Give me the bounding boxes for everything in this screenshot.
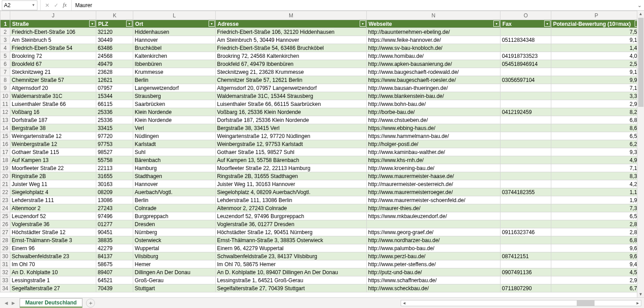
row-header[interactable]: 9: [0, 84, 10, 92]
cell-K[interactable]: 07957: [96, 84, 133, 92]
sheet-next-icon[interactable]: ►: [11, 300, 16, 306]
cell-P[interactable]: 8,26: [551, 108, 641, 116]
cell-O[interactable]: 03744182355: [500, 188, 551, 196]
cell-N[interactable]: http://maurermeister-oesterreich.de/: [366, 180, 500, 188]
cell-M[interactable]: Weingartenstraße 12, 97720 Nüdlingen: [216, 132, 367, 140]
cell-N[interactable]: http://www.chstueben.de/: [366, 116, 500, 124]
spreadsheet-grid[interactable]: J K L M N O P 1Straße▼PLZ▼Ort▼Adresse▼We…: [0, 11, 644, 297]
cell-K[interactable]: 15344: [96, 92, 133, 100]
cell-J[interactable]: Ringstraße 2B: [10, 172, 96, 180]
cell-O[interactable]: 054518946914: [500, 60, 551, 68]
cell-O[interactable]: [500, 164, 551, 172]
cell-M[interactable]: Gothaer Straße 115, 98527 Suhl: [216, 148, 367, 156]
cancel-icon[interactable]: ✕: [45, 2, 49, 8]
cell-J[interactable]: Einern 96: [10, 244, 96, 252]
cell-J[interactable]: Voglerstraße 36: [10, 220, 96, 228]
cell-M[interactable]: Moorfleeter Straße 22, 22113 Hamburg: [216, 164, 367, 172]
cell-K[interactable]: 24568: [96, 52, 133, 60]
cell-L[interactable]: Dillingen An Der Donau: [133, 268, 216, 276]
cell-N[interactable]: http://bauunternehmen-ebeling.de/: [366, 28, 500, 36]
cell-O[interactable]: [500, 44, 551, 52]
cell-O[interactable]: [500, 220, 551, 228]
cell-J[interactable]: Lessingstraße 1: [10, 276, 96, 284]
cell-K[interactable]: 84137: [96, 252, 133, 260]
cell-N[interactable]: http://www.kroening-bau.de/: [366, 164, 500, 172]
cell-K[interactable]: 22113: [96, 164, 133, 172]
cell-M[interactable]: Stecknitzweg 21, 23628 Krummesse: [216, 68, 367, 76]
cell-P[interactable]: 2,97: [551, 276, 641, 284]
row-header[interactable]: 1: [0, 20, 10, 28]
row-header[interactable]: 11: [0, 100, 10, 108]
row-header[interactable]: 5: [0, 52, 10, 60]
row-header[interactable]: 6: [0, 60, 10, 68]
cell-O[interactable]: [500, 236, 551, 244]
cell-L[interactable]: Bärenbach: [133, 156, 216, 164]
cell-P[interactable]: 7,11: [551, 164, 641, 172]
cell-N[interactable]: http://www.maurermeister-schoenfeld.de/: [366, 196, 500, 204]
cell-K[interactable]: 30163: [96, 180, 133, 188]
cell-K[interactable]: 70439: [96, 284, 133, 292]
cell-O[interactable]: 09116323746: [500, 228, 551, 236]
new-sheet-button[interactable]: ＋: [86, 299, 95, 308]
cell-L[interactable]: Nürnberg: [133, 228, 216, 236]
cell-O[interactable]: [500, 84, 551, 92]
cell-J[interactable]: Friedrich-Ebert-Straße 54: [10, 44, 96, 52]
cell-O[interactable]: 041918733523: [500, 52, 551, 60]
cell-L[interactable]: Hiddenhausen: [133, 28, 216, 36]
filter-dropdown-icon[interactable]: ▼: [89, 20, 95, 27]
cell-J[interactable]: Leuzendorf 52: [10, 212, 96, 220]
cell-L[interactable]: Langenwetzendorf: [133, 84, 216, 92]
cell-J[interactable]: Moorfleeter Straße 22: [10, 164, 96, 172]
cell-N[interactable]: http://www.palumbo-bau.de/: [366, 244, 500, 252]
cell-J[interactable]: Auf Kampen 13: [10, 156, 96, 164]
cell-L[interactable]: Karlstadt: [133, 140, 216, 148]
cell-O[interactable]: [500, 124, 551, 132]
cell-M[interactable]: Lehderstraße 111, 13086 Berlin: [216, 196, 367, 204]
cell-K[interactable]: 30449: [96, 36, 133, 44]
cell-J[interactable]: Bergstraße 38: [10, 124, 96, 132]
cell-N[interactable]: https://www.khs-rnh.de/: [366, 156, 500, 164]
cell-O[interactable]: [500, 116, 551, 124]
table-header-O[interactable]: Fax▼: [500, 20, 551, 28]
cell-J[interactable]: Gothaer Straße 115: [10, 148, 96, 156]
cell-N[interactable]: http://borbe-bau.de/: [366, 108, 500, 116]
row-header[interactable]: 17: [0, 148, 10, 156]
cell-P[interactable]: 7,52: [551, 28, 641, 36]
cell-O[interactable]: [500, 68, 551, 76]
cell-N[interactable]: https://www.ebbing-haus.de/: [366, 124, 500, 132]
cell-L[interactable]: Hamburg: [133, 164, 216, 172]
cell-K[interactable]: 33415: [96, 124, 133, 132]
row-header[interactable]: 29: [0, 244, 10, 252]
cell-M[interactable]: Segelfalterstraße 27, 70439 Stuttgart: [216, 284, 367, 292]
cell-M[interactable]: Voßbarg 16, 25336 Klein Nordende: [216, 108, 367, 116]
cell-M[interactable]: Brookring 72, 24568 Kaltenkirchen: [216, 52, 367, 60]
cell-J[interactable]: An D. Kohlplatte 10: [10, 268, 96, 276]
cell-O[interactable]: 0711807290: [500, 284, 551, 292]
cell-M[interactable]: Voglerstraße 36, 01277 Dresden: [216, 220, 367, 228]
cell-M[interactable]: Am Steinbruch 5, 30449 Hannover: [216, 36, 367, 44]
col-header-P[interactable]: P: [551, 11, 641, 20]
cell-O[interactable]: [500, 276, 551, 284]
col-header-O[interactable]: O: [500, 11, 551, 20]
cell-K[interactable]: 97753: [96, 140, 133, 148]
row-header[interactable]: 34: [0, 284, 10, 292]
scroll-left-icon[interactable]: ◄: [401, 300, 407, 306]
filter-dropdown-icon[interactable]: ▼: [209, 20, 215, 27]
scroll-down-icon[interactable]: ▼: [639, 291, 643, 297]
cell-L[interactable]: Kaltenkirchen: [133, 52, 216, 60]
cell-O[interactable]: [500, 28, 551, 36]
cell-N[interactable]: http://www.homibau.de/: [366, 52, 500, 60]
row-header[interactable]: 31: [0, 260, 10, 268]
cell-L[interactable]: Bruchköbel: [133, 44, 216, 52]
cell-P[interactable]: 2,50: [551, 60, 641, 68]
row-header[interactable]: 3: [0, 36, 10, 44]
cell-P[interactable]: 6,76: [551, 284, 641, 292]
cell-O[interactable]: [500, 196, 551, 204]
cell-L[interactable]: Hemer: [133, 260, 216, 268]
row-header[interactable]: 16: [0, 140, 10, 148]
cell-K[interactable]: 90451: [96, 228, 133, 236]
cell-K[interactable]: 97720: [96, 132, 133, 140]
row-header[interactable]: 32: [0, 268, 10, 276]
cell-O[interactable]: 0412192459: [500, 108, 551, 116]
cell-P[interactable]: 9,63: [551, 252, 641, 260]
